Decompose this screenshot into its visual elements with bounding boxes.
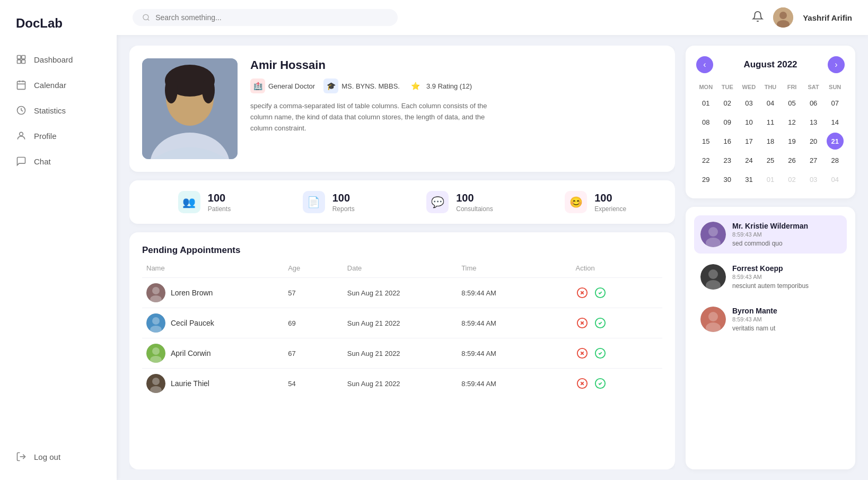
calendar-day[interactable]: 06 xyxy=(805,94,822,111)
experience-label: Experience xyxy=(594,205,626,213)
sidebar-label-statistics: Statistics xyxy=(34,106,66,115)
patient-avatar xyxy=(146,374,165,393)
calendar-day-header: SUN xyxy=(825,82,845,92)
calendar-day[interactable]: 13 xyxy=(805,114,822,130)
sidebar-label-calendar: Calendar xyxy=(34,81,66,90)
patients-icon: 👥 xyxy=(178,191,200,213)
calendar-day[interactable]: 30 xyxy=(719,171,736,188)
content-area: Amir Hossain 🏥 General Doctor 🎓 MS. BYNS… xyxy=(117,35,868,480)
calendar-day[interactable]: 24 xyxy=(740,152,757,169)
calendar-day[interactable]: 27 xyxy=(805,152,822,169)
sidebar-item-chat[interactable]: Chat xyxy=(0,149,117,174)
experience-icon: 😊 xyxy=(565,191,587,213)
consultations-label: Consultaions xyxy=(456,205,493,213)
calendar-day[interactable]: 25 xyxy=(762,152,779,169)
calendar-day[interactable]: 03 xyxy=(805,171,822,188)
calendar-day[interactable]: 31 xyxy=(740,171,757,188)
accept-button[interactable] xyxy=(593,346,607,360)
calendar-day[interactable]: 15 xyxy=(697,133,714,150)
header-right: Yashrif Arifin xyxy=(752,7,852,28)
calendar-day[interactable]: 16 xyxy=(719,133,736,150)
sidebar-item-logout[interactable]: Log out xyxy=(0,444,117,469)
calendar-day[interactable]: 07 xyxy=(827,94,844,111)
accept-button[interactable] xyxy=(593,316,607,330)
calendar-day[interactable]: 23 xyxy=(719,152,736,169)
calendar-day[interactable]: 19 xyxy=(784,133,801,150)
accept-button[interactable] xyxy=(593,377,607,390)
msg-sender-name: Mr. Kristie Wilderman xyxy=(732,222,840,230)
calendar-day[interactable]: 17 xyxy=(740,133,757,150)
calendar-day[interactable]: 04 xyxy=(827,171,844,188)
calendar-next-button[interactable]: › xyxy=(828,56,845,73)
row-date: Sun Aug 21 2022 xyxy=(347,350,457,357)
calendar-day[interactable]: 05 xyxy=(784,94,801,111)
calendar-day[interactable]: 01 xyxy=(697,94,714,111)
calendar-day[interactable]: 03 xyxy=(740,94,757,111)
person-icon xyxy=(16,130,27,141)
sidebar-label-logout: Log out xyxy=(34,452,60,461)
stat-patients: 👥 100 Patients xyxy=(178,191,231,213)
patients-value: 100 xyxy=(208,192,231,204)
app-logo: DocLab xyxy=(0,11,117,47)
table-row: Cecil Paucek 69 Sun Aug 21 2022 8:59:44 … xyxy=(142,308,662,338)
sidebar-item-calendar[interactable]: Calendar xyxy=(0,72,117,98)
calendar-day[interactable]: 14 xyxy=(827,114,844,130)
calendar-day[interactable]: 11 xyxy=(762,114,779,130)
sidebar-item-profile[interactable]: Profile xyxy=(0,123,117,149)
calendar-day[interactable]: 20 xyxy=(805,133,822,150)
reject-button[interactable] xyxy=(575,346,589,360)
msg-avatar-image xyxy=(700,307,726,332)
doctor-description: specify a comma-separated list of table … xyxy=(250,101,505,134)
reject-button[interactable] xyxy=(575,316,589,330)
msg-time: 8:59:43 AM xyxy=(732,316,840,322)
col-time: Time xyxy=(461,264,571,272)
svg-point-20 xyxy=(165,77,178,103)
search-input[interactable] xyxy=(155,13,388,22)
calendar-day[interactable]: 26 xyxy=(784,152,801,169)
calendar-day[interactable]: 08 xyxy=(697,114,714,130)
notification-bell-icon[interactable] xyxy=(752,11,764,25)
reject-button[interactable] xyxy=(575,377,589,390)
rating-badge: ⭐ 3.9 Rating (12) xyxy=(408,78,472,93)
msg-content: Mr. Kristie Wilderman 8:59:43 AM sed com… xyxy=(732,222,840,247)
row-time: 8:59:44 AM xyxy=(461,350,571,357)
message-item[interactable]: Byron Mante 8:59:43 AM veritatis nam ut xyxy=(694,300,847,338)
calendar-day[interactable]: 12 xyxy=(784,114,801,130)
consultations-value: 100 xyxy=(456,192,493,204)
svg-point-11 xyxy=(143,14,148,20)
calendar-day[interactable]: 02 xyxy=(784,171,801,188)
message-item[interactable]: Forrest Koepp 8:59:43 AM nesciunt autem … xyxy=(694,258,847,296)
calendar-day[interactable]: 18 xyxy=(762,133,779,150)
row-actions xyxy=(575,316,658,330)
sidebar-item-dashboard[interactable]: Dashboard xyxy=(0,47,117,72)
calendar-day[interactable]: 28 xyxy=(827,152,844,169)
reject-button[interactable] xyxy=(575,286,589,300)
reports-icon: 📄 xyxy=(303,191,325,213)
row-time: 8:59:44 AM xyxy=(461,380,571,388)
search-box[interactable] xyxy=(133,9,398,26)
col-action: Action xyxy=(575,264,658,272)
sidebar-label-dashboard: Dashboard xyxy=(34,55,73,64)
calendar-day[interactable]: 21 xyxy=(827,133,844,150)
calendar-prev-button[interactable]: ‹ xyxy=(696,56,713,73)
msg-sender-name: Forrest Koepp xyxy=(732,264,840,273)
svg-point-30 xyxy=(152,317,160,325)
calendar-day[interactable]: 04 xyxy=(762,94,779,111)
calendar-day[interactable]: 22 xyxy=(697,152,714,169)
calendar-day[interactable]: 10 xyxy=(740,114,757,130)
calendar-day[interactable]: 02 xyxy=(719,94,736,111)
row-actions xyxy=(575,286,658,300)
stat-patients-info: 100 Patients xyxy=(208,192,231,213)
svg-rect-2 xyxy=(17,60,21,64)
msg-content: Forrest Koepp 8:59:43 AM nesciunt autem … xyxy=(732,264,840,290)
calendar-day[interactable]: 29 xyxy=(697,171,714,188)
calendar-day[interactable]: 01 xyxy=(762,171,779,188)
calendar-day[interactable]: 09 xyxy=(719,114,736,130)
sidebar-item-statistics[interactable]: Statistics xyxy=(0,98,117,123)
accept-button[interactable] xyxy=(593,286,607,300)
message-item[interactable]: Mr. Kristie Wilderman 8:59:43 AM sed com… xyxy=(694,215,847,254)
msg-avatar xyxy=(700,307,726,332)
row-actions xyxy=(575,377,658,390)
patient-avatar xyxy=(146,313,165,333)
col-name: Name xyxy=(146,264,284,272)
